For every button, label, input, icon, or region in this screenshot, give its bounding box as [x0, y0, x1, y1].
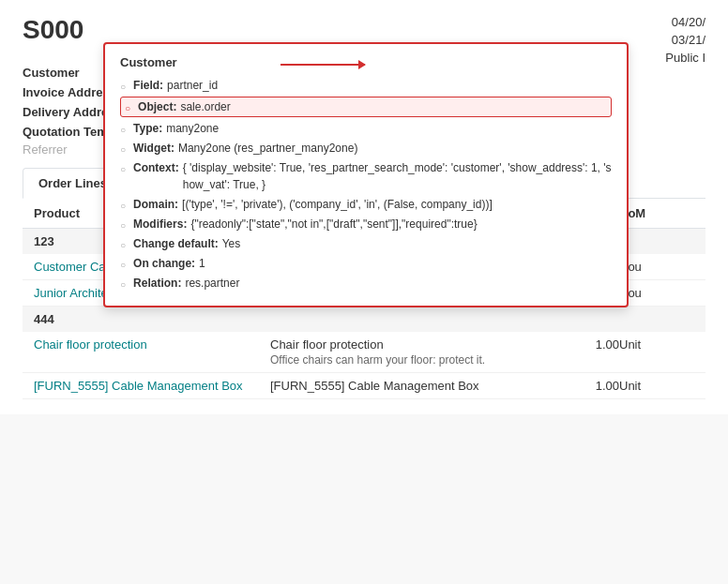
tooltip-title: Customer	[120, 55, 612, 69]
tooltip-object-val: sale.order	[180, 98, 230, 115]
tooltip-domain-key: Domain:	[133, 196, 178, 213]
table-row: Chair floor protection Chair floor prote…	[23, 332, 705, 373]
product-cable-box[interactable]: [FURN_5555] Cable Management Box	[34, 379, 270, 393]
tooltip-modifiers-key: Modifiers:	[133, 216, 187, 232]
qty-chair-floor: 1.00	[507, 337, 619, 352]
tooltip-type-key: Type:	[133, 120, 162, 137]
date-value-3: Public I	[665, 51, 705, 65]
tooltip-modifiers-val: {"readonly":["state","not in",["draft","…	[190, 216, 477, 232]
tooltip-object-key: Object:	[138, 98, 176, 115]
so-number: S000	[23, 15, 83, 45]
tooltip-context-row: ○ Context: { 'display_website': True, 'r…	[120, 159, 612, 193]
tooltip-domain-val: [('type', '!=', 'private'), ('company_id…	[182, 196, 493, 213]
table-row: [FURN_5555] Cable Management Box [FURN_5…	[23, 373, 705, 399]
tooltip-change-default-key: Change default:	[133, 235, 219, 252]
bullet-change-default-icon: ○	[120, 238, 126, 252]
bullet-icon: ○	[120, 80, 126, 94]
bullet-object-icon: ○	[125, 101, 130, 115]
tooltip-field-val: partner_id	[167, 77, 218, 94]
tooltip-widget-val: Many2one (res_partner_many2one)	[178, 140, 357, 157]
tooltip-modifiers-row: ○ Modifiers: {"readonly":["state","not i…	[120, 216, 612, 232]
tooltip-on-change-key: On change:	[133, 255, 195, 272]
bullet-type-icon: ○	[120, 123, 126, 137]
referrer-placeholder: Referrer	[23, 142, 68, 157]
tooltip-popup: Customer ○ Field: partner_id ○ Object: s…	[103, 42, 629, 307]
product-chair-floor[interactable]: Chair floor protection	[34, 337, 270, 352]
tooltip-object-row: ○ Object: sale.order	[120, 97, 612, 117]
page-wrapper: S000 04/20/ 03/21/ Public I Customer Inv…	[0, 0, 728, 584]
uom-chair-floor: Unit	[619, 337, 694, 352]
qty-cable-box: 1.00	[507, 379, 619, 393]
tooltip-context-key: Context:	[133, 159, 179, 176]
tooltip-field-key: Field:	[133, 77, 163, 94]
date-row-1: 04/20/	[665, 15, 705, 29]
desc-chair-floor: Chair floor protection Office chairs can…	[270, 337, 507, 367]
date-value-1: 04/20/	[672, 15, 705, 29]
dates-section: 04/20/ 03/21/ Public I	[665, 15, 705, 68]
tooltip-relation-val: res.partner	[185, 275, 239, 292]
tooltip-relation-row: ○ Relation: res.partner	[120, 275, 612, 292]
tooltip-field-row: ○ Field: partner_id	[120, 77, 612, 94]
tooltip-on-change-val: 1	[199, 255, 205, 272]
bullet-context-icon: ○	[120, 162, 126, 176]
uom-cable-box: Unit	[619, 379, 694, 393]
desc-chair-floor-sub: Office chairs can harm your floor: prote…	[270, 353, 507, 367]
date-row-3: Public I	[665, 51, 705, 65]
uom-junior-architect: Hou	[619, 286, 694, 300]
bullet-domain-icon: ○	[120, 199, 126, 213]
tooltip-widget-row: ○ Widget: Many2one (res_partner_many2one…	[120, 140, 612, 157]
tooltip-type-row: ○ Type: many2one	[120, 120, 612, 137]
tooltip-on-change-row: ○ On change: 1	[120, 255, 612, 272]
tooltip-relation-key: Relation:	[133, 275, 181, 292]
bullet-widget-icon: ○	[120, 142, 126, 157]
tooltip-widget-key: Widget:	[133, 140, 174, 157]
section-444: 444	[23, 307, 705, 332]
date-row-2: 03/21/	[665, 33, 705, 47]
bullet-relation-icon: ○	[120, 277, 126, 292]
tooltip-change-default-val: Yes	[222, 235, 241, 252]
date-value-2: 03/21/	[672, 33, 705, 47]
red-arrow-indicator	[281, 64, 365, 66]
tooltip-domain-row: ○ Domain: [('type', '!=', 'private'), ('…	[120, 196, 612, 213]
tooltip-context-val: { 'display_website': True, 'res_partner_…	[183, 159, 612, 193]
uom-customer-care: Hou	[619, 260, 694, 274]
tooltip-change-default-row: ○ Change default: Yes	[120, 235, 612, 252]
desc-cable-box: [FURN_5555] Cable Management Box	[270, 379, 507, 393]
bullet-modifiers-icon: ○	[120, 218, 126, 232]
tooltip-type-val: many2one	[166, 120, 219, 137]
th-uom: UoM	[619, 206, 694, 220]
bullet-on-change-icon: ○	[120, 258, 126, 272]
